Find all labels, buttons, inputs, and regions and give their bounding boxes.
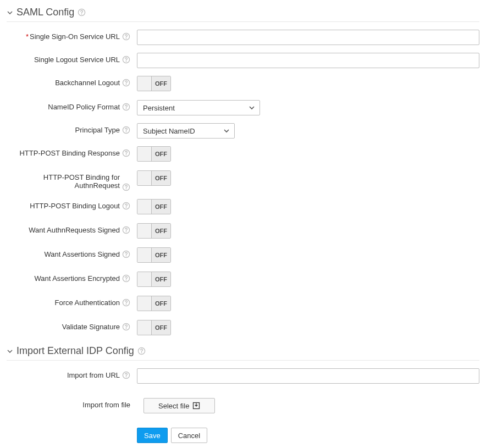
force-authentication-toggle[interactable]: OFF bbox=[137, 296, 171, 311]
help-icon[interactable] bbox=[122, 103, 130, 111]
toggle-knob bbox=[137, 248, 152, 262]
select-value: Subject NameID bbox=[143, 127, 195, 135]
label-slo-url: Single Logout Service URL bbox=[34, 56, 120, 64]
section-title-saml: SAML Config bbox=[16, 7, 74, 18]
label-want-assertions-encrypted: Want Assertions Encrypted bbox=[34, 274, 120, 283]
select-value: Persistent bbox=[143, 104, 175, 112]
svg-point-25 bbox=[126, 304, 127, 305]
toggle-state: OFF bbox=[152, 76, 170, 91]
slo-url-input[interactable] bbox=[137, 53, 479, 68]
help-icon[interactable] bbox=[78, 8, 86, 16]
toggle-state: OFF bbox=[152, 272, 170, 286]
label-nameid-policy: NameID Policy Format bbox=[48, 103, 120, 111]
toggle-knob bbox=[137, 76, 152, 91]
section-title-import: Import External IDP Config bbox=[16, 345, 134, 357]
save-button[interactable]: Save bbox=[137, 428, 168, 443]
select-file-button[interactable]: Select file bbox=[143, 398, 215, 413]
label-force-authentication: Force Authentication bbox=[54, 298, 120, 307]
svg-point-23 bbox=[126, 280, 127, 281]
help-icon[interactable] bbox=[122, 56, 130, 64]
label-principal-type: Principal Type bbox=[75, 126, 120, 134]
chevron-down-icon[interactable] bbox=[7, 9, 13, 16]
help-icon[interactable] bbox=[122, 79, 130, 87]
help-icon[interactable] bbox=[137, 347, 146, 355]
http-post-response-toggle[interactable]: OFF bbox=[137, 146, 171, 162]
nameid-policy-select[interactable]: Persistent bbox=[137, 100, 260, 115]
want-assertions-encrypted-toggle[interactable]: OFF bbox=[137, 272, 171, 287]
help-icon[interactable] bbox=[122, 149, 130, 157]
label-http-post-authn: HTTP-POST Binding for AuthnRequest bbox=[26, 173, 120, 190]
section-header-saml: SAML Config bbox=[7, 5, 479, 22]
select-file-label: Select file bbox=[158, 402, 189, 410]
svg-point-5 bbox=[126, 61, 127, 62]
svg-point-29 bbox=[141, 352, 142, 353]
svg-point-17 bbox=[126, 207, 127, 208]
label-sso-url: Single Sign-On Service URL bbox=[30, 32, 120, 41]
http-post-authn-toggle[interactable]: OFF bbox=[137, 170, 171, 186]
chevron-down-icon bbox=[223, 128, 230, 134]
svg-point-31 bbox=[126, 377, 127, 378]
section-header-import: Import External IDP Config bbox=[7, 344, 479, 361]
help-icon[interactable] bbox=[122, 298, 130, 307]
svg-point-21 bbox=[126, 256, 127, 257]
help-icon[interactable] bbox=[122, 250, 130, 258]
required-mark: * bbox=[26, 32, 29, 41]
toggle-state: OFF bbox=[152, 320, 170, 335]
toggle-state: OFF bbox=[152, 171, 170, 185]
import-url-input[interactable] bbox=[137, 368, 479, 384]
cancel-button[interactable]: Cancel bbox=[171, 428, 207, 443]
svg-point-27 bbox=[126, 328, 127, 329]
svg-point-1 bbox=[81, 14, 82, 15]
svg-point-19 bbox=[126, 231, 127, 233]
svg-point-3 bbox=[126, 38, 127, 39]
help-icon[interactable] bbox=[122, 323, 130, 331]
chevron-down-icon bbox=[248, 104, 255, 111]
label-http-post-logout: HTTP-POST Binding Logout bbox=[30, 202, 120, 210]
toggle-knob bbox=[137, 171, 152, 185]
help-icon[interactable] bbox=[122, 32, 130, 41]
label-want-assertions-signed: Want Assertions Signed bbox=[44, 250, 120, 258]
chevron-down-icon[interactable] bbox=[7, 348, 13, 355]
svg-point-13 bbox=[126, 154, 127, 156]
want-assertions-signed-toggle[interactable]: OFF bbox=[137, 247, 171, 263]
label-validate-signature: Validate Signature bbox=[62, 323, 120, 331]
svg-point-15 bbox=[126, 189, 127, 190]
toggle-knob bbox=[137, 320, 152, 335]
principal-type-select[interactable]: Subject NameID bbox=[137, 123, 235, 139]
svg-point-7 bbox=[126, 84, 127, 85]
label-import-file: Import from file bbox=[82, 401, 130, 409]
help-icon[interactable] bbox=[122, 274, 130, 283]
help-icon[interactable] bbox=[122, 183, 130, 191]
toggle-knob bbox=[137, 224, 152, 238]
validate-signature-toggle[interactable]: OFF bbox=[137, 320, 171, 335]
import-icon bbox=[192, 402, 200, 410]
backchannel-logout-toggle[interactable]: OFF bbox=[137, 76, 171, 91]
toggle-state: OFF bbox=[152, 147, 170, 161]
toggle-knob bbox=[137, 200, 152, 214]
help-icon[interactable] bbox=[122, 371, 130, 379]
svg-point-11 bbox=[126, 131, 127, 132]
label-backchannel-logout: Backchannel Logout bbox=[55, 79, 120, 87]
help-icon[interactable] bbox=[122, 226, 130, 234]
help-icon[interactable] bbox=[122, 202, 130, 210]
sso-url-input[interactable] bbox=[137, 30, 479, 45]
http-post-logout-toggle[interactable]: OFF bbox=[137, 199, 171, 214]
toggle-state: OFF bbox=[152, 296, 170, 311]
toggle-knob bbox=[137, 296, 152, 311]
toggle-knob bbox=[137, 272, 152, 286]
toggle-state: OFF bbox=[152, 200, 170, 214]
label-want-authn-signed: Want AuthnRequests Signed bbox=[29, 226, 120, 234]
toggle-state: OFF bbox=[152, 224, 170, 238]
help-icon[interactable] bbox=[122, 126, 130, 134]
svg-point-9 bbox=[126, 108, 127, 109]
toggle-state: OFF bbox=[152, 248, 170, 262]
want-authn-signed-toggle[interactable]: OFF bbox=[137, 223, 171, 239]
label-import-url: Import from URL bbox=[67, 371, 120, 379]
label-http-post-response: HTTP-POST Binding Response bbox=[19, 149, 120, 157]
toggle-knob bbox=[137, 147, 152, 161]
